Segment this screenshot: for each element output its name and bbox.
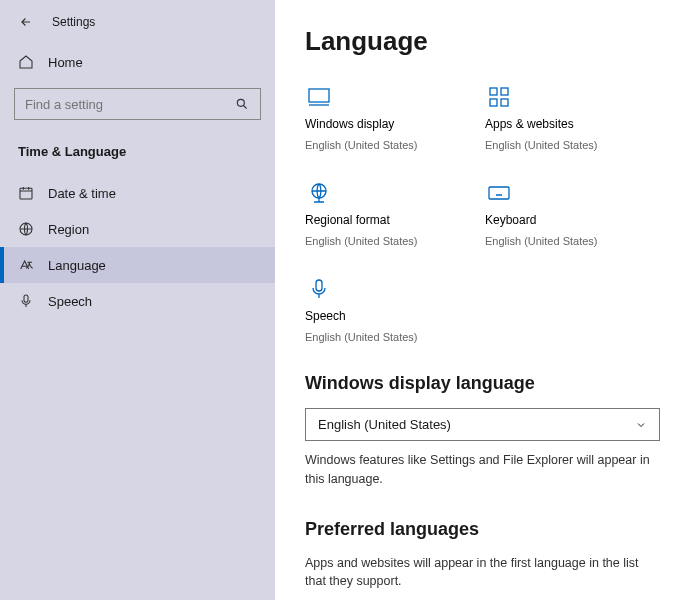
language-tiles: Windows display English (United States) … [305,85,660,343]
sidebar-item-label: Speech [48,294,92,309]
calendar-icon [18,185,34,201]
tile-label: Apps & websites [485,117,605,131]
apps-icon [485,85,605,109]
display-language-heading: Windows display language [305,373,660,394]
sidebar-nav: Date & time Region Language Speech [0,175,275,319]
display-language-dropdown[interactable]: English (United States) [305,408,660,441]
tile-sub: English (United States) [305,139,425,151]
preferred-languages-heading: Preferred languages [305,519,660,540]
tile-apps-websites[interactable]: Apps & websites English (United States) [485,85,605,151]
sidebar-item-region[interactable]: Region [0,211,275,247]
svg-rect-7 [490,99,497,106]
microphone-icon [305,277,425,301]
sidebar-item-label: Region [48,222,89,237]
globe-icon [18,221,34,237]
tile-sub: English (United States) [485,139,605,151]
language-icon [18,257,34,273]
search-input[interactable] [25,97,225,112]
svg-rect-5 [490,88,497,95]
home-icon [18,54,34,70]
tile-keyboard[interactable]: Keyboard English (United States) [485,181,605,247]
svg-rect-4 [309,89,329,102]
window-title: Settings [52,15,95,29]
sidebar-item-speech[interactable]: Speech [0,283,275,319]
svg-rect-1 [20,188,32,199]
main-content: Language Windows display English (United… [275,0,680,600]
tile-sub: English (United States) [485,235,605,247]
sidebar-home[interactable]: Home [0,44,275,80]
search-box[interactable] [14,88,261,120]
tile-label: Speech [305,309,425,323]
tile-windows-display[interactable]: Windows display English (United States) [305,85,425,151]
svg-point-0 [237,99,244,106]
page-title: Language [305,26,660,57]
keyboard-icon [485,181,605,205]
svg-rect-11 [316,280,322,291]
preferred-languages-desc: Apps and websites will appear in the fir… [305,554,660,592]
back-icon[interactable] [18,14,34,30]
svg-rect-3 [24,295,28,302]
chevron-down-icon [635,419,647,431]
dropdown-value: English (United States) [318,417,451,432]
monitor-icon [305,85,425,109]
display-language-desc: Windows features like Settings and File … [305,451,660,489]
tile-speech[interactable]: Speech English (United States) [305,277,425,343]
svg-rect-6 [501,88,508,95]
microphone-icon [18,293,34,309]
sidebar-item-label: Date & time [48,186,116,201]
sidebar-item-language[interactable]: Language [0,247,275,283]
sidebar-item-datetime[interactable]: Date & time [0,175,275,211]
tile-sub: English (United States) [305,331,425,343]
svg-rect-8 [501,99,508,106]
home-label: Home [48,55,83,70]
tile-label: Keyboard [485,213,605,227]
search-icon [234,96,250,112]
sidebar-top: Settings [0,8,275,44]
globe-icon [305,181,425,205]
tile-label: Windows display [305,117,425,131]
svg-rect-10 [489,187,509,199]
sidebar-category: Time & Language [0,128,275,169]
tile-regional-format[interactable]: Regional format English (United States) [305,181,425,247]
tile-label: Regional format [305,213,425,227]
tile-sub: English (United States) [305,235,425,247]
sidebar-item-label: Language [48,258,106,273]
sidebar: Settings Home Time & Language Date & tim… [0,0,275,600]
